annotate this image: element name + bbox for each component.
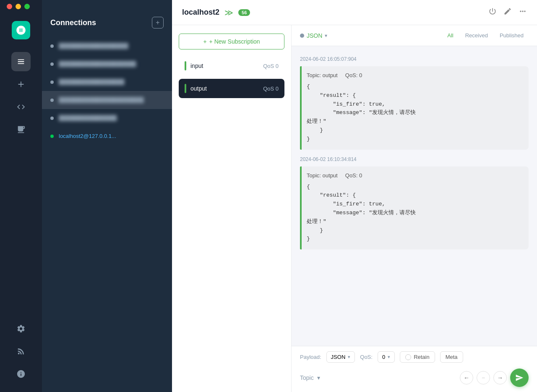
- qos-select[interactable]: 0 ▾: [378, 351, 395, 363]
- sidebar: [0, 0, 42, 392]
- connections-icon: [16, 57, 26, 66]
- subscription-item-input[interactable]: input QoS 0: [179, 56, 284, 75]
- minimize-button[interactable]: [16, 4, 21, 9]
- add-icon: [16, 80, 26, 89]
- retain-button[interactable]: Retain: [400, 351, 435, 363]
- message-topic: Topic: output: [307, 172, 338, 179]
- format-selector[interactable]: JSON ▾: [300, 32, 327, 39]
- payload-format-select[interactable]: JSON ▾: [326, 351, 355, 363]
- nav-minus-button[interactable]: −: [477, 371, 490, 384]
- qos-label: QoS:: [360, 354, 373, 360]
- qos-chevron-icon: ▾: [388, 354, 390, 360]
- new-subscription-button[interactable]: + + New Subscription: [179, 34, 284, 49]
- format-label: JSON: [307, 32, 322, 39]
- sidebar-item-add[interactable]: [11, 75, 31, 94]
- connections-panel: Connections + ██████████████████ ███████…: [42, 0, 172, 392]
- close-button[interactable]: [7, 4, 12, 9]
- message-topic: Topic: output: [307, 72, 338, 78]
- edit-icon[interactable]: [503, 7, 512, 18]
- logo-icon: [16, 25, 26, 36]
- sidebar-item-connections[interactable]: [11, 52, 31, 71]
- info-icon: [16, 369, 26, 379]
- connection-name: localhost2@127.0.0.1...: [59, 133, 116, 139]
- nav-back-button[interactable]: ←: [460, 371, 473, 384]
- feeds-icon: [16, 347, 26, 356]
- publish-row1: Payload: JSON ▾ QoS: 0 ▾ Retain: [300, 351, 529, 363]
- code-icon: [16, 102, 26, 112]
- new-subscription-label: + New Subscription: [209, 38, 260, 45]
- sidebar-item-info[interactable]: [11, 364, 31, 384]
- maximize-button[interactable]: [24, 4, 30, 9]
- connection-name-blurred: ██████████████████████: [59, 97, 144, 103]
- connection-item-5[interactable]: ███████████████.: [42, 109, 172, 127]
- format-chevron-icon: ▾: [325, 33, 327, 39]
- connection-status-dot: [50, 80, 54, 84]
- connection-item-1[interactable]: ██████████████████: [42, 37, 172, 55]
- connection-status-dot: [50, 99, 54, 102]
- connections-header: Connections +: [42, 13, 172, 37]
- retain-label: Retain: [414, 354, 430, 360]
- connection-name-blurred: █████████████████: [59, 79, 125, 85]
- retain-circle-icon: [405, 354, 411, 360]
- connection-item-4[interactable]: ██████████████████████: [42, 91, 172, 109]
- sidebar-item-logs[interactable]: [11, 120, 31, 139]
- connection-name-blurred: ████████████████████.: [59, 61, 138, 67]
- sub-name: input: [190, 62, 203, 69]
- topic-chevron-icon: ▾: [317, 374, 320, 381]
- connection-item-2[interactable]: ████████████████████.: [42, 55, 172, 73]
- send-icon: [515, 374, 524, 382]
- qos-value: 0: [382, 354, 385, 360]
- payload-chevron-icon: ▾: [348, 354, 350, 360]
- sub-indicator: [185, 84, 186, 93]
- connection-name-blurred: ██████████████████: [59, 43, 128, 49]
- topbar-actions: [488, 7, 527, 18]
- main-area: localhost2 ≫ 56 +: [172, 0, 537, 392]
- meta-button[interactable]: Meta: [440, 351, 463, 363]
- connection-status-dot-online: [50, 135, 54, 138]
- connections-add-button[interactable]: +: [152, 17, 164, 29]
- send-button[interactable]: [510, 369, 529, 387]
- topbar-title: localhost2: [182, 8, 219, 17]
- publish-bottom-row: Topic ▾ ← − →: [300, 367, 529, 389]
- message-bubble: Topic: output QoS: 0 { "result": { "is_f…: [300, 166, 529, 250]
- titlebar: [0, 0, 42, 13]
- sidebar-item-code[interactable]: [11, 97, 31, 117]
- topbar: localhost2 ≫ 56: [172, 0, 537, 25]
- nav-forward-button[interactable]: →: [493, 371, 507, 384]
- topbar-chevron-icon: ≫: [224, 8, 233, 18]
- publish-bar: Payload: JSON ▾ QoS: 0 ▾ Retain: [292, 346, 537, 392]
- sidebar-item-settings[interactable]: [11, 319, 31, 338]
- message-timestamp: 2024-06-02 16:05:07:904: [300, 56, 529, 62]
- message-filters: All Received Published: [442, 31, 529, 40]
- sub-item-left: output: [185, 84, 207, 93]
- format-circle: [300, 34, 304, 38]
- connection-item-3[interactable]: █████████████████: [42, 73, 172, 91]
- sub-item-left: input: [185, 61, 203, 70]
- subscription-item-output[interactable]: output QoS 0: [179, 79, 284, 98]
- message-count-badge: 56: [238, 9, 250, 16]
- filter-received[interactable]: Received: [460, 31, 493, 40]
- message-body: { "result": { "is_fire": true, "message"…: [307, 183, 522, 244]
- connection-item-localhost2[interactable]: localhost2@127.0.0.1...: [42, 127, 172, 145]
- message-timestamp: 2024-06-02 16:10:34:814: [300, 156, 529, 162]
- sub-indicator: [185, 61, 186, 70]
- sidebar-item-feeds[interactable]: [11, 342, 31, 361]
- message-bubble: Topic: output QoS: 0 { "result": { "is_f…: [300, 66, 529, 150]
- connection-status-dot: [50, 44, 54, 48]
- message-qos: QoS: 0: [345, 72, 362, 78]
- settings-icon: [16, 324, 26, 333]
- message-body: { "result": { "is_fire": true, "message"…: [307, 83, 522, 144]
- message-meta: Topic: output QoS: 0: [307, 72, 522, 78]
- message-meta: Topic: output QoS: 0: [307, 172, 522, 179]
- more-options-icon[interactable]: [519, 7, 527, 18]
- sub-name: output: [190, 85, 207, 92]
- filter-published[interactable]: Published: [495, 31, 529, 40]
- publish-actions: ← − →: [460, 369, 529, 387]
- topic-label: Topic: [300, 374, 314, 381]
- messages-list: 2024-06-02 16:05:07:904 Topic: output Qo…: [292, 46, 537, 346]
- filter-all[interactable]: All: [442, 31, 458, 40]
- payload-format-value: JSON: [331, 354, 346, 360]
- power-icon[interactable]: [488, 7, 497, 18]
- connection-status-dot: [50, 62, 54, 66]
- sub-qos: QoS 0: [263, 86, 279, 92]
